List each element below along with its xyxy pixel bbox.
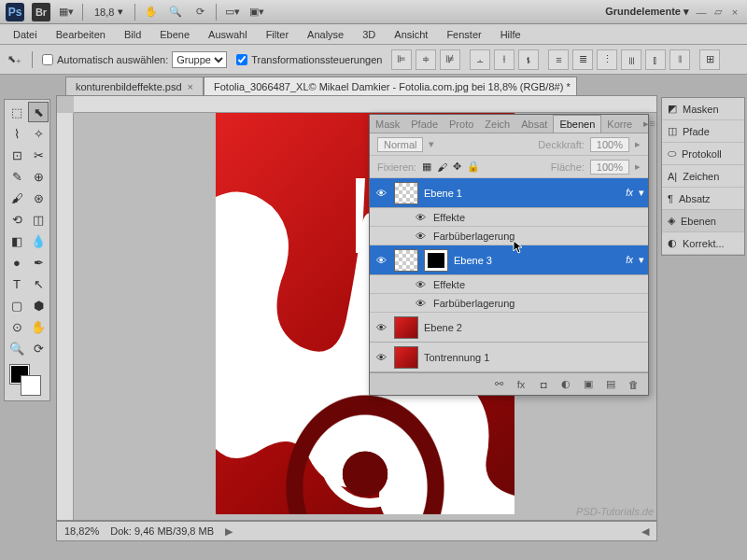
layer-effects[interactable]: 👁Effekte — [370, 275, 648, 294]
maximize-icon[interactable]: ▱ — [712, 6, 725, 19]
stamp-tool[interactable]: ⊛ — [28, 188, 49, 208]
layer-ebene1[interactable]: 👁 Ebene 1 fx▾ — [370, 178, 648, 208]
close-tab-icon[interactable]: × — [576, 81, 577, 92]
layer-name[interactable]: Ebene 2 — [424, 322, 462, 333]
menu-fenster[interactable]: Fenster — [437, 26, 490, 43]
3d-cam-tool[interactable]: ⊙ — [7, 316, 27, 337]
visibility-icon[interactable]: 👁 — [413, 212, 428, 223]
close-tab-icon[interactable]: × — [188, 81, 193, 92]
layer-effects[interactable]: 👁Effekte — [370, 208, 648, 227]
tab-proto[interactable]: Proto — [444, 116, 479, 133]
menu-bearbeiten[interactable]: Bearbeiten — [47, 26, 115, 43]
panel-korrekt[interactable]: ◐Korrekt... — [662, 232, 744, 255]
marquee-tool[interactable]: ⬚ — [7, 102, 27, 122]
zoom-display[interactable]: 18,8 ▾ — [91, 6, 127, 18]
align-icon[interactable]: ⫮ — [518, 49, 539, 70]
ruler-horizontal[interactable] — [74, 96, 656, 113]
panel-zeichen[interactable]: A|Zeichen — [662, 165, 744, 188]
transform-checkbox[interactable] — [236, 54, 247, 65]
close-icon[interactable]: × — [728, 6, 741, 19]
lock-trans-icon[interactable]: ▦ — [422, 161, 431, 173]
lock-all-icon[interactable]: 🔒 — [467, 161, 480, 173]
layer-thumb[interactable] — [394, 182, 418, 204]
trash-icon[interactable]: 🗑 — [626, 379, 641, 390]
history-brush-tool[interactable]: ⟲ — [7, 209, 27, 230]
scroll-left-icon[interactable]: ◀ — [641, 525, 649, 538]
crop-tool[interactable]: ⊡ — [7, 145, 27, 165]
layer-name[interactable]: Ebene 1 — [424, 188, 462, 199]
distribute-icon[interactable]: ≡ — [548, 49, 569, 70]
shape-tool[interactable]: ▢ — [7, 295, 27, 315]
wand-tool[interactable]: ✧ — [28, 123, 49, 144]
gradient-tool[interactable]: ◧ — [7, 231, 27, 251]
pen-tool[interactable]: ✒ — [28, 252, 49, 273]
layer-thumb[interactable] — [394, 346, 418, 369]
new-layer-icon[interactable]: ▤ — [603, 378, 618, 390]
distribute-icon[interactable]: ⋮ — [597, 49, 617, 70]
menu-filter[interactable]: Filter — [257, 26, 298, 43]
arrange-icon[interactable]: ▭▾ — [224, 4, 241, 21]
path-tool[interactable]: ↖ — [28, 273, 49, 294]
adjustment-icon[interactable]: ◐ — [558, 378, 573, 390]
menu-hilfe[interactable]: Hilfe — [491, 26, 530, 43]
blend-mode-dropdown[interactable]: Normal — [377, 137, 423, 152]
zoom-tool[interactable]: 🔍 — [7, 338, 27, 358]
lasso-tool[interactable]: ⌇ — [7, 123, 27, 144]
align-icon[interactable]: ⊫ — [391, 49, 412, 70]
layer-ebene3[interactable]: 👁 Ebene 3 fx▾ — [370, 245, 648, 275]
menu-bild[interactable]: Bild — [115, 26, 150, 43]
screen-icon[interactable]: ▣▾ — [248, 4, 265, 21]
brush-tool[interactable]: 🖌 — [7, 188, 27, 208]
distribute-icon[interactable]: ⫼ — [621, 49, 641, 70]
eyedropper-tool[interactable]: ✎ — [7, 166, 27, 187]
distribute-icon[interactable]: ≣ — [572, 49, 593, 70]
panel-pfade[interactable]: ◫Pfade — [662, 120, 744, 143]
doc-size[interactable]: Dok: 9,46 MB/39,8 MB — [110, 525, 214, 537]
align-icon[interactable]: ⫲ — [494, 49, 514, 70]
visibility-icon[interactable]: 👁 — [413, 231, 428, 242]
rotate-tool[interactable]: ⟳ — [28, 338, 49, 358]
menu-datei[interactable]: Datei — [4, 26, 47, 43]
ruler-vertical[interactable] — [57, 113, 74, 520]
tab-mask[interactable]: Mask — [370, 116, 405, 133]
menu-ansicht[interactable]: Ansicht — [385, 26, 437, 43]
blur-tool[interactable]: 💧 — [28, 231, 49, 251]
menu-ebene[interactable]: Ebene — [150, 26, 199, 43]
zoom-readout[interactable]: 18,82% — [64, 525, 99, 537]
distribute-icon[interactable]: ⫿ — [645, 49, 666, 70]
layer-thumb[interactable] — [394, 249, 418, 272]
move-tool[interactable]: ⬉ — [28, 102, 49, 122]
fill-field[interactable]: 100% — [590, 160, 629, 175]
rotate-icon[interactable]: ⟳ — [191, 4, 208, 21]
menu-auswahl[interactable]: Auswahl — [199, 26, 257, 43]
visibility-icon[interactable]: 👁 — [413, 279, 428, 290]
tab-zeich[interactable]: Zeich — [479, 116, 515, 133]
dodge-tool[interactable]: ● — [7, 252, 27, 273]
minimize-icon[interactable]: — — [695, 6, 708, 19]
layer-color-overlay[interactable]: 👁Farbüberlagerung — [370, 227, 648, 245]
lock-paint-icon[interactable]: 🖌 — [437, 161, 447, 173]
doc-tab-1[interactable]: konturenbildeffekte.psd× — [65, 77, 204, 95]
visibility-icon[interactable]: 👁 — [374, 322, 388, 333]
align-icon[interactable]: ⫩ — [416, 49, 436, 70]
slice-tool[interactable]: ✂ — [28, 145, 49, 165]
tab-ebenen[interactable]: Ebenen — [553, 115, 601, 133]
layer-thumb[interactable] — [394, 316, 418, 339]
layout-icon[interactable]: ▦▾ — [58, 4, 75, 21]
visibility-icon[interactable]: 👁 — [374, 352, 388, 363]
distribute-icon[interactable]: ⦀ — [669, 49, 690, 70]
heal-tool[interactable]: ⊕ — [28, 166, 49, 187]
visibility-icon[interactable]: 👁 — [413, 298, 428, 309]
panel-ebenen[interactable]: ◈Ebenen — [662, 210, 744, 232]
move-tool-icon[interactable]: ⬉₊ — [6, 51, 22, 68]
mask-add-icon[interactable]: ◘ — [536, 379, 551, 390]
fx-badge[interactable]: fx — [626, 188, 633, 198]
doc-tab-2[interactable]: Fotolia_3066487_XL© Mikael Damkier - Fot… — [204, 77, 577, 95]
layer-name[interactable]: Tontrennung 1 — [424, 352, 489, 363]
auto-align-icon[interactable]: ⊞ — [699, 49, 720, 70]
panel-absatz[interactable]: ¶Absatz — [662, 188, 744, 210]
hand-icon[interactable]: ✋ — [143, 4, 160, 21]
tab-absat[interactable]: Absat — [515, 116, 553, 133]
panel-menu-icon[interactable]: ▸≡ — [638, 118, 660, 130]
menu-analyse[interactable]: Analyse — [298, 26, 353, 43]
